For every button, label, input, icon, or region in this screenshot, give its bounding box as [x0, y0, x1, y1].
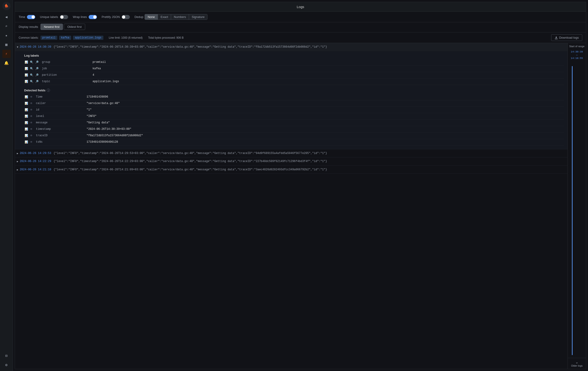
log-timestamp: 2024-06-26 14:29:53: [20, 151, 51, 155]
info-icon[interactable]: i: [47, 89, 50, 92]
main-content: Logs Time Unique labels Wrap lines Prett…: [13, 0, 588, 371]
start-of-range-label: Start of range: [569, 45, 585, 48]
log-text: {"level":"INFO","timestamp":"2024-06-26T…: [53, 159, 327, 163]
sidebar-explore-btn[interactable]: ⊟: [2, 352, 10, 360]
label-value: "2024-06-26T14:30:39+03:00": [87, 127, 131, 131]
label-key: topic: [42, 80, 93, 83]
zoom-out-icon[interactable]: 🔎: [35, 79, 39, 84]
stats-icon[interactable]: 📊: [24, 73, 29, 77]
zoom-in-icon[interactable]: 🔍: [30, 79, 34, 84]
label-tag-kafka[interactable]: kafka: [59, 36, 71, 40]
label-row: 📊 🔍 🔎 job kafka: [24, 66, 564, 72]
zoom-in-icon[interactable]: 🔍: [30, 60, 34, 64]
log-entry: ▶ 2024-06-26 14:29:53 {"level":"INFO","t…: [15, 149, 567, 158]
eye-icon[interactable]: 👁: [30, 101, 33, 106]
stats-icon[interactable]: 📊: [24, 67, 29, 71]
wrap-lines-toggle[interactable]: [89, 15, 97, 19]
sidebar-alerts-btn[interactable]: ⚡: [2, 50, 10, 58]
older-logs-btn[interactable]: ⌄ Older logs: [568, 358, 586, 369]
eye-icon[interactable]: 👁: [30, 108, 33, 112]
sidebar-starred-btn[interactable]: ★: [2, 31, 10, 40]
zoom-out-icon[interactable]: 🔎: [35, 60, 39, 64]
log-entry-header[interactable]: ▶ 2024-06-26 14:22:29 {"level":"INFO","t…: [15, 157, 567, 165]
detected-fields-title: Detected fields i: [24, 89, 564, 92]
stats-icon[interactable]: 📊: [24, 108, 29, 112]
label-icons: 📊 👁: [24, 140, 33, 144]
log-entry-header[interactable]: ▶ 2024-06-26 14:29:53 {"level":"INFO","t…: [15, 149, 567, 157]
dedup-group: Dedup None Exact Numbers Signature: [135, 14, 207, 20]
label-value: application.logs: [93, 80, 119, 83]
eye-icon[interactable]: 👁: [30, 95, 33, 99]
eye-icon[interactable]: 👁: [30, 127, 33, 131]
dedup-exact-btn[interactable]: Exact: [158, 14, 171, 20]
time-toggle[interactable]: [27, 15, 35, 19]
label-row: 📊 👁 Time 1719401439896: [24, 94, 564, 100]
log-timestamp: 2024-06-26 14:30:39: [20, 45, 51, 49]
stats-icon[interactable]: 📊: [24, 114, 29, 119]
stats-icon[interactable]: 📊: [24, 134, 29, 138]
label-row: 📊 👁 message "Getting data": [24, 120, 564, 126]
prettify-json-toggle[interactable]: [122, 15, 130, 19]
stats-icon[interactable]: 📊: [24, 101, 29, 106]
sidebar-settings-btn[interactable]: ⚙: [2, 361, 10, 369]
unique-labels-toggle[interactable]: [60, 15, 68, 19]
app-logo[interactable]: [2, 2, 10, 10]
label-tag-promtail[interactable]: promtail: [41, 36, 58, 40]
sidebar-notifications-btn[interactable]: 🔔: [2, 59, 10, 67]
logs-content-wrapper: ▼ 2024-06-26 14:30:39 {"level":"INFO","t…: [15, 43, 586, 369]
dedup-none-btn[interactable]: None: [145, 14, 158, 20]
stats-icon[interactable]: 📊: [24, 79, 29, 84]
label-row: 📊 👁 traceID "f8a172db513fa1573664d08f2db…: [24, 133, 564, 139]
label-value: 4: [93, 73, 94, 77]
dedup-label: Dedup: [135, 15, 143, 19]
line-limit-label: Line limit:: [109, 36, 121, 39]
zoom-in-icon[interactable]: 🔍: [30, 67, 34, 71]
label-icons: 📊 🔍 🔎: [24, 60, 39, 64]
stats-icon[interactable]: 📊: [24, 60, 29, 64]
download-icon: [555, 36, 558, 39]
dedup-numbers-btn[interactable]: Numbers: [171, 14, 189, 20]
label-tag-application-logs[interactable]: application.logs: [73, 36, 103, 40]
zoom-out-icon[interactable]: 🔎: [35, 67, 39, 71]
chevron-right-icon: ▶: [17, 168, 18, 172]
log-entry-header[interactable]: ▶ 2024-06-26 14:21:10 {"level":"INFO","t…: [15, 166, 567, 174]
prettify-json-toggle-group: Prettify JSON: [102, 15, 130, 19]
stats-icon[interactable]: 📊: [24, 140, 29, 144]
dedup-signature-btn[interactable]: Signature: [189, 14, 207, 20]
bytes-info: Total bytes processed: 906 B: [148, 36, 183, 39]
label-key: job: [42, 67, 93, 70]
eye-icon[interactable]: 👁: [30, 121, 33, 125]
stats-icon[interactable]: 📊: [24, 121, 29, 125]
log-labels-title: Log labels: [24, 54, 564, 57]
download-logs-btn[interactable]: Download logs: [551, 34, 582, 41]
log-text: {"level":"INFO","timestamp":"2024-06-26T…: [53, 45, 327, 49]
timeline-bar: Start of range 14:30:39 — 14:18:55 ⌄ Old…: [567, 43, 586, 369]
sidebar-search-btn[interactable]: ⌕: [2, 22, 10, 30]
eye-icon[interactable]: 👁: [30, 114, 33, 119]
log-labels-section: Log labels 📊 🔍 🔎 group promtail: [24, 54, 564, 85]
oldest-first-btn[interactable]: Oldest first: [64, 24, 85, 30]
stats-icon[interactable]: 📊: [24, 127, 29, 131]
label-value: 1719401439896406128: [87, 140, 118, 144]
stats-icon[interactable]: 📊: [24, 95, 29, 99]
log-entry: ▶ 2024-06-26 14:22:29 {"level":"INFO","t…: [15, 157, 567, 166]
label-value: "f8a172db513fa1573664d08f2db008d2": [87, 134, 143, 137]
line-limit-info: Line limit: 1000 (6 returned): [109, 36, 143, 39]
label-key: Time: [36, 95, 87, 99]
label-row: 📊 🔍 🔎 partition 4: [24, 72, 564, 79]
newest-first-btn[interactable]: Newest first: [41, 24, 63, 30]
eye-icon[interactable]: 👁: [30, 134, 33, 138]
zoom-out-icon[interactable]: 🔎: [35, 73, 39, 77]
eye-icon[interactable]: 👁: [30, 140, 33, 144]
log-text: {"level":"INFO","timestamp":"2024-06-26T…: [53, 151, 327, 155]
zoom-in-icon[interactable]: 🔍: [30, 73, 34, 77]
log-detail: Log labels 📊 🔍 🔎 group promtail: [15, 51, 567, 149]
label-icons: 📊 🔍 🔎: [24, 73, 39, 77]
dedup-buttons: None Exact Numbers Signature: [145, 14, 207, 20]
logs-content: ▼ 2024-06-26 14:30:39 {"level":"INFO","t…: [15, 43, 567, 369]
log-entry-header[interactable]: ▼ 2024-06-26 14:30:39 {"level":"INFO","t…: [15, 43, 567, 51]
sidebar-dashboards-btn[interactable]: ▦: [2, 41, 10, 49]
timeline-separator: —: [576, 54, 578, 56]
sidebar-collapse-btn[interactable]: ◀: [2, 13, 10, 21]
label-row: 📊 👁 tsNs 1719401439896406128: [24, 139, 564, 145]
